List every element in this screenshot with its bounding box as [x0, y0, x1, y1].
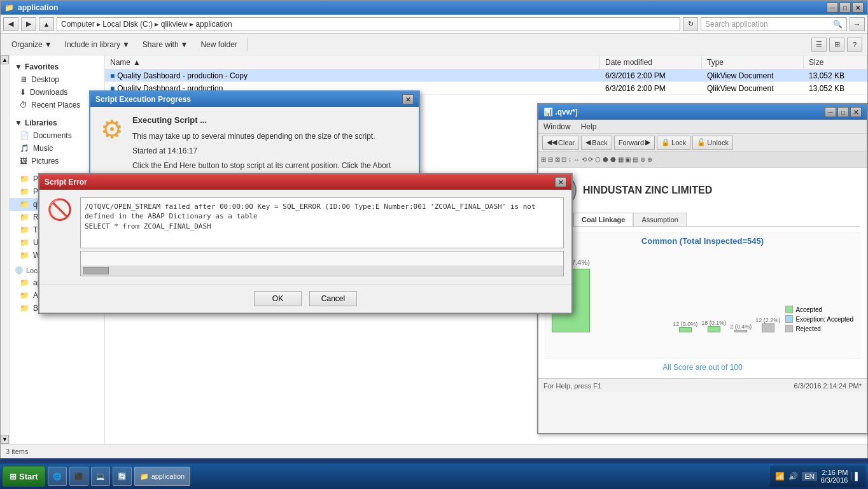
horizontal-scrollbar[interactable] — [81, 266, 563, 276]
up-button[interactable]: ▲ — [39, 17, 54, 31]
address-input[interactable] — [57, 17, 680, 31]
qv-status-bar: For Help, press F1 6/3/2016 2:14:24 PM* — [538, 378, 867, 392]
close-button[interactable]: ✕ — [852, 3, 864, 13]
description-text: This may take up to several minutes depe… — [132, 131, 409, 142]
view-help-button[interactable]: ? — [847, 38, 862, 52]
chart-small-bars: 12 (0.0%) 18 (0.1%) 2 (0.4%) 12 (2.2%) — [673, 317, 780, 332]
forward-button[interactable]: ▶ — [21, 17, 36, 31]
qv-window-title: .qvw*] — [555, 108, 577, 117]
language-indicator[interactable]: EN — [802, 472, 816, 481]
item-count: 3 items — [6, 448, 28, 455]
view-icon-button[interactable]: ⊞ — [829, 38, 844, 52]
include-in-library-button[interactable]: Include in library ▼ — [59, 36, 136, 53]
cancel-button[interactable]: Cancel — [309, 291, 357, 306]
new-folder-button[interactable]: New folder — [195, 36, 242, 53]
minimize-button[interactable]: ─ — [827, 3, 838, 13]
search-icon: 🔍 — [833, 20, 843, 29]
col-size[interactable]: Size — [804, 55, 867, 69]
search-submit-button[interactable]: → — [850, 17, 865, 31]
sort-icon: ▲ — [133, 58, 141, 67]
qv-forward-button[interactable]: Forward ▶ — [614, 136, 655, 150]
organize-button[interactable]: Organize ▼ — [6, 36, 58, 53]
qv-unlock-button[interactable]: 🔓 Unlock — [692, 136, 733, 150]
started-text: Started at 14:16:17 — [132, 146, 409, 157]
favorites-label: Favorites — [25, 62, 59, 71]
legend-accepted: Accepted — [785, 306, 853, 313]
qv-clear-button[interactable]: ◀◀ Clear — [542, 136, 579, 150]
taskbar-app-icon[interactable]: 🔄 — [113, 467, 132, 486]
application-taskbar-icon: 📁 — [140, 472, 149, 481]
qv-menu-help[interactable]: Help — [581, 122, 597, 131]
error-message-line2: SELECT * from ZCOAL_FINAL_DASH — [85, 222, 211, 230]
qv-status-time: 6/3/2016 2:14:24 PM* — [794, 382, 862, 390]
error-text-area: /QTQVC/OPEN_STREAM failed after 00:00:00… — [80, 197, 564, 248]
file-date-cell: 6/3/2016 2:00 PM — [600, 69, 702, 82]
chart-area: Common (Total Inspected=545) 531 (97.4%)… — [545, 232, 860, 359]
maximize-button[interactable]: □ — [839, 3, 851, 13]
back-icon: ◀ — [585, 138, 591, 146]
col-type[interactable]: Type — [702, 55, 804, 69]
file-date-cell: 6/3/2016 2:00 PM — [600, 82, 702, 94]
column-headers: Name ▲ Date modified Type Size — [105, 55, 867, 69]
windows-folder-icon: 📁 — [20, 251, 29, 260]
tab-coal-linkage[interactable]: Coal Linkage — [573, 213, 633, 226]
share-with-button[interactable]: Share with ▼ — [137, 36, 194, 53]
tab-assumption[interactable]: Assumption — [633, 213, 686, 226]
taskbar: ⊞ Start 🌐 ⬛ 💻 🔄 📁 application 📶 🔊 EN 2:1… — [0, 464, 868, 489]
qv-tabs: rted Coal Linkage Assumption — [545, 213, 860, 227]
nav-desktop[interactable]: 🖥 Desktop — [10, 73, 104, 86]
refresh-button[interactable]: ↻ — [683, 17, 698, 31]
back-button[interactable]: ◀ — [3, 17, 18, 31]
file-size-cell: 13,052 KB — [804, 82, 867, 94]
share-label: Share with — [143, 40, 179, 49]
network-icon: 📶 — [775, 472, 785, 481]
col-date-modified[interactable]: Date modified — [600, 55, 702, 69]
downloads-label: Downloads — [30, 88, 67, 97]
start-button[interactable]: ⊞ Start — [3, 466, 45, 486]
col-name[interactable]: Name ▲ — [105, 55, 600, 69]
include-chevron-icon: ▼ — [122, 40, 130, 49]
taskbar-cmd-icon[interactable]: ⬛ — [69, 467, 88, 486]
favorites-chevron-icon: ▼ — [15, 62, 22, 71]
qv-lock-button[interactable]: 🔒 Lock — [657, 136, 690, 150]
scroll-down-arrow[interactable]: ▼ — [1, 435, 9, 444]
qv-maximize-button[interactable]: □ — [837, 107, 849, 117]
left-scrollbar: ▲ ▼ — [1, 55, 10, 444]
view-details-button[interactable]: ☰ — [811, 38, 827, 52]
taskbar-powershell-icon[interactable]: 💻 — [91, 467, 110, 486]
show-desktop-icon[interactable]: ▌ — [851, 472, 860, 481]
windows-logo-icon: ⊞ — [10, 472, 17, 481]
qv-file-icon: ■ — [110, 71, 115, 80]
favorites-header: ▼ Favorites — [10, 60, 104, 73]
scrollbar-thumb[interactable] — [83, 267, 109, 274]
bar-label-4: 12 (2.2%) — [755, 317, 780, 323]
hindustan-header: HZ HINDUSTAN ZINC LIMITED — [545, 174, 860, 206]
desktop-icon: 🖥 — [20, 75, 27, 84]
music-icon: 🎵 — [20, 144, 29, 153]
share-chevron-icon: ▼ — [181, 40, 188, 49]
system-tray: 📶 🔊 EN 2:16 PM 6/3/2016 ▌ — [770, 465, 865, 487]
qv-menu-window[interactable]: Window — [543, 122, 571, 131]
scroll-up-arrow[interactable]: ▲ — [1, 55, 9, 64]
tray-date: 6/3/2016 — [821, 476, 848, 484]
script-dialog-title: Script Execution Progress ✕ — [90, 92, 419, 107]
taskbar-ie-icon[interactable]: 🌐 — [48, 467, 67, 486]
qv-back-button[interactable]: ◀ Back — [581, 136, 612, 150]
script-dialog-close-button[interactable]: ✕ — [402, 94, 414, 104]
executing-label: Executing Script ... — [132, 115, 409, 126]
legend-rejected: Rejected — [785, 325, 853, 332]
qlikview-window: 📊 .qvw*] ─ □ ✕ Window Help ◀◀ Clear ◀ Ba… — [537, 103, 868, 434]
organize-label: Organize — [11, 40, 43, 49]
ok-button[interactable]: OK — [254, 291, 302, 306]
system-clock[interactable]: 2:16 PM 6/3/2016 — [821, 469, 848, 484]
error-dialog-close-button[interactable]: ✕ — [555, 177, 566, 187]
taskbar-application-item[interactable]: 📁 application — [134, 467, 191, 486]
qv-close-button[interactable]: ✕ — [850, 107, 862, 117]
ie-icon: 🌐 — [53, 472, 62, 481]
cmd-icon: ⬛ — [74, 472, 83, 481]
qv-secondary-toolbar: ⊞ ⊟ ⊠ ⊡ ↕ ↔ ⟲ ⟳ ⬡ ⬢ ⬣ ▦ ▣ ▤ ⊛ ⊕ — [538, 152, 867, 168]
file-row[interactable]: ■ Quality Dashboard - production - Copy … — [105, 69, 867, 82]
search-box[interactable]: Search application 🔍 — [701, 17, 847, 31]
rejected-color — [785, 325, 793, 332]
qv-minimize-button[interactable]: ─ — [825, 107, 836, 117]
